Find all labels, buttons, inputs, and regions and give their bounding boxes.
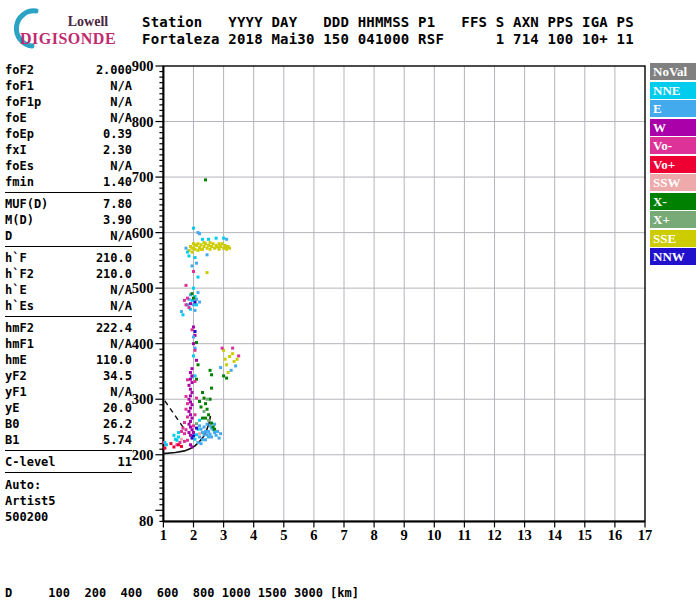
echo-point: [195, 427, 198, 430]
param-row: DN/A: [5, 228, 132, 244]
echo-point: [195, 298, 198, 301]
y-tick-label: 800: [132, 114, 154, 130]
echo-point: [184, 303, 187, 306]
x-tick-label: 4: [250, 527, 257, 543]
echo-point: [198, 435, 201, 438]
echo-point: [189, 371, 192, 374]
echo-point: [225, 238, 228, 241]
x-tick-label: 9: [401, 527, 408, 543]
echo-point: [194, 330, 197, 333]
param-label: C-level: [5, 454, 56, 470]
echo-point: [225, 248, 228, 251]
echo-point: [183, 432, 186, 435]
echo-point: [215, 237, 218, 240]
echo-point: [184, 395, 187, 398]
param-value: N/A: [110, 384, 132, 400]
echo-point: [198, 419, 201, 422]
echo-point: [222, 374, 225, 377]
echo-point: [169, 442, 172, 445]
param-row: h`EsN/A: [5, 298, 132, 314]
echo-point: [204, 417, 207, 420]
echo-point: [207, 238, 210, 241]
echo-point: [198, 400, 201, 403]
echo-point: [234, 364, 237, 367]
echo-point: [225, 363, 228, 366]
param-value: 26.2: [103, 416, 132, 432]
echo-point: [180, 430, 183, 433]
echo-point: [184, 247, 187, 250]
echo-direction-legend: NoValNNEEWVo-Vo+SSWX-X+SSENNW: [650, 63, 697, 267]
echo-point: [190, 403, 193, 406]
legend-item-w: W: [650, 119, 696, 136]
param-label: B1: [5, 432, 19, 448]
param-value: 2.30: [103, 142, 132, 158]
echo-point: [187, 410, 190, 413]
echo-point: [190, 292, 193, 295]
echo-point: [163, 447, 166, 450]
param-value: N/A: [110, 298, 132, 314]
param-label: foE: [5, 110, 27, 126]
echo-point: [189, 394, 192, 397]
param-row: foEp0.39: [5, 126, 132, 142]
y-tick-label: 400: [132, 336, 154, 352]
echo-point: [218, 248, 221, 251]
param-value: 20.0: [103, 400, 132, 416]
echo-point: [197, 363, 200, 366]
legend-item-x: X-: [650, 193, 696, 210]
y-tick-label: 700: [132, 169, 154, 185]
echo-point: [187, 423, 190, 426]
echo-point: [231, 347, 234, 350]
echo-point: [190, 264, 193, 267]
echo-point: [195, 422, 198, 425]
echo-point: [195, 341, 198, 344]
echo-point: [207, 435, 210, 438]
echo-point: [206, 408, 209, 411]
echo-point: [198, 424, 201, 427]
echo-point: [189, 400, 192, 403]
param-row: foF22.000: [5, 62, 132, 78]
echo-point: [181, 427, 184, 430]
echo-point: [207, 244, 210, 247]
param-label: foF1: [5, 78, 34, 94]
x-tick-label: 8: [370, 527, 377, 543]
x-tick-label: 7: [340, 527, 347, 543]
x-tick-label: 16: [608, 527, 623, 543]
panel-separator: [5, 472, 132, 473]
echo-point: [184, 428, 187, 431]
param-value: N/A: [110, 336, 132, 352]
legend-item-sse: SSE: [650, 230, 696, 247]
echo-point: [225, 377, 228, 380]
echo-point: [186, 415, 189, 418]
echo-point: [165, 443, 168, 446]
echo-point: [201, 417, 204, 420]
echo-point: [192, 270, 195, 273]
echo-point: [219, 366, 222, 369]
echo-point: [195, 262, 198, 265]
echo-point: [222, 237, 225, 240]
echo-point: [190, 417, 193, 420]
echo-point: [194, 374, 197, 377]
echo-point: [180, 445, 183, 448]
echo-point: [230, 369, 233, 372]
param-label: foF1p: [5, 94, 41, 110]
echo-point: [210, 245, 213, 248]
echo-point: [186, 402, 189, 405]
echo-point: [210, 387, 213, 390]
param-row: hmE110.0: [5, 352, 132, 368]
echo-point: [203, 425, 206, 428]
param-value: 34.5: [103, 368, 132, 384]
param-value: 7.80: [103, 196, 132, 212]
echo-point: [210, 373, 213, 376]
param-row: M(D)3.90: [5, 212, 132, 228]
echo-point: [190, 328, 193, 331]
echo-point: [227, 371, 230, 374]
echo-point: [200, 243, 203, 246]
echo-point: [183, 440, 186, 443]
echo-point: [175, 439, 178, 442]
echo-point: [210, 435, 213, 438]
echo-point: [190, 437, 193, 440]
echo-point: [213, 247, 216, 250]
echo-point: [197, 231, 200, 234]
echo-point: [192, 424, 195, 427]
echo-point: [221, 347, 224, 350]
